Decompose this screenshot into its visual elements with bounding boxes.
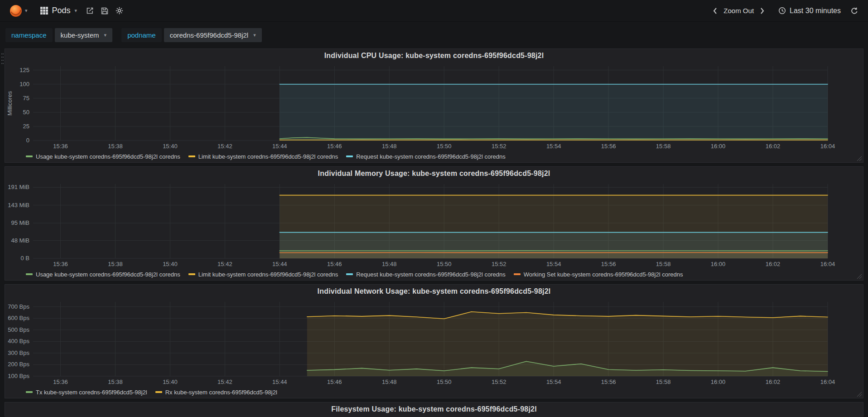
panel-legend: Usage kube-system coredns-695f96dcd5-98j… xyxy=(5,152,863,162)
legend-series-label: Limit kube-system coredns-695f96dcd5-98j… xyxy=(198,153,338,160)
svg-text:15:36: 15:36 xyxy=(53,143,68,150)
svg-text:15:46: 15:46 xyxy=(327,378,342,385)
caret-down-icon: ▾ xyxy=(75,8,77,13)
svg-text:700 Bps: 700 Bps xyxy=(8,303,29,310)
svg-text:15:52: 15:52 xyxy=(492,143,506,150)
legend-series-label: Rx kube-system coredns-695f96dcd5-98j2l xyxy=(165,389,277,396)
svg-text:143 MiB: 143 MiB xyxy=(8,202,29,208)
svg-text:16:04: 16:04 xyxy=(820,261,835,267)
svg-text:16:00: 16:00 xyxy=(711,378,726,385)
legend-series-swatch xyxy=(26,273,33,275)
legend-item[interactable]: Limit kube-system coredns-695f96dcd5-98j… xyxy=(188,153,338,160)
svg-text:15:52: 15:52 xyxy=(492,261,506,267)
svg-text:15:54: 15:54 xyxy=(546,261,561,267)
panel-title[interactable]: Filesystem Usage: kube-system coredns-69… xyxy=(5,402,863,416)
svg-text:15:50: 15:50 xyxy=(437,378,452,385)
panel-title[interactable]: Individual Memory Usage: kube-system cor… xyxy=(5,167,863,180)
svg-text:15:52: 15:52 xyxy=(492,378,506,385)
legend-item[interactable]: Working Set kube-system coredns-695f96dc… xyxy=(514,271,683,278)
share-button[interactable] xyxy=(82,4,97,17)
time-range-label: Last 30 minutes xyxy=(790,7,841,15)
grafana-menu-button[interactable]: ▾ xyxy=(6,2,30,19)
svg-text:15:56: 15:56 xyxy=(601,378,616,385)
variable-namespace-label: namespace xyxy=(5,28,53,42)
panel-resize-handle-icon[interactable] xyxy=(857,274,862,279)
legend-series-label: Request kube-system coredns-695f96dcd5-9… xyxy=(356,153,506,160)
legend-series-label: Working Set kube-system coredns-695f96dc… xyxy=(524,271,683,278)
row-drag-handle-icon[interactable] xyxy=(1,53,4,64)
svg-text:15:36: 15:36 xyxy=(53,378,68,385)
dashboard-picker-button[interactable]: Pods ▾ xyxy=(35,3,83,18)
navbar: ▾ Pods ▾ xyxy=(0,0,868,22)
legend-item[interactable]: Limit kube-system coredns-695f96dcd5-98j… xyxy=(188,271,338,278)
legend-series-label: Usage kube-system coredns-695f96dcd5-98j… xyxy=(36,271,180,278)
panel-title[interactable]: Individual Network Usage: kube-system co… xyxy=(5,285,863,298)
time-shift-forward-button[interactable] xyxy=(757,5,768,17)
legend-item[interactable]: Rx kube-system coredns-695f96dcd5-98j2l xyxy=(155,389,277,396)
graph-canvas[interactable]: 15:3615:3815:4015:4215:4415:4615:4815:50… xyxy=(5,63,863,152)
panel-resize-handle-icon[interactable] xyxy=(857,156,862,161)
save-button[interactable] xyxy=(97,5,112,17)
legend-series-swatch xyxy=(514,273,521,275)
svg-text:15:44: 15:44 xyxy=(272,261,287,267)
svg-text:15:48: 15:48 xyxy=(382,143,397,150)
svg-text:15:50: 15:50 xyxy=(437,143,452,150)
svg-text:15:56: 15:56 xyxy=(601,143,616,150)
svg-text:15:42: 15:42 xyxy=(217,378,232,385)
svg-text:15:42: 15:42 xyxy=(217,261,232,267)
variable-podname-value: coredns-695f96dcd5-98j2l xyxy=(170,31,248,39)
svg-text:16:02: 16:02 xyxy=(766,143,781,150)
clock-icon xyxy=(778,7,786,15)
svg-text:400 Bps: 400 Bps xyxy=(8,338,29,344)
legend-item[interactable]: Usage kube-system coredns-695f96dcd5-98j… xyxy=(26,271,180,278)
svg-text:15:40: 15:40 xyxy=(163,261,178,267)
legend-series-swatch xyxy=(155,391,162,393)
svg-text:15:38: 15:38 xyxy=(108,261,123,267)
svg-text:16:02: 16:02 xyxy=(766,261,781,267)
svg-text:15:58: 15:58 xyxy=(656,261,671,267)
navbar-left: ▾ Pods ▾ xyxy=(6,2,127,19)
legend-series-label: Usage kube-system coredns-695f96dcd5-98j… xyxy=(36,153,180,160)
gear-icon xyxy=(116,7,123,15)
svg-text:200 Bps: 200 Bps xyxy=(8,361,29,368)
graph-panel: Individual CPU Usage: kube-system coredn… xyxy=(5,48,863,163)
settings-button[interactable] xyxy=(112,4,127,17)
svg-text:50: 50 xyxy=(23,109,29,116)
legend-series-swatch xyxy=(346,273,353,275)
dashboard-title: Pods xyxy=(52,6,71,15)
legend-item[interactable]: Request kube-system coredns-695f96dcd5-9… xyxy=(346,153,506,160)
svg-text:15:40: 15:40 xyxy=(163,143,178,150)
svg-text:300 Bps: 300 Bps xyxy=(8,349,29,356)
svg-text:15:38: 15:38 xyxy=(108,143,123,150)
svg-text:15:38: 15:38 xyxy=(108,378,123,385)
legend-item[interactable]: Request kube-system coredns-695f96dcd5-9… xyxy=(346,271,506,278)
svg-text:15:54: 15:54 xyxy=(546,143,561,150)
legend-series-swatch xyxy=(188,273,195,275)
navbar-right: Zoom Out Last 30 minutes xyxy=(709,5,862,17)
zoom-out-button[interactable]: Zoom Out xyxy=(723,5,755,16)
time-picker-button[interactable]: Last 30 minutes xyxy=(774,5,845,17)
graph-canvas[interactable]: 15:3615:3815:4015:4215:4415:4615:4815:50… xyxy=(5,298,863,388)
svg-text:15:48: 15:48 xyxy=(382,378,397,385)
refresh-icon xyxy=(851,7,858,15)
save-icon xyxy=(101,7,108,15)
legend-item[interactable]: Tx kube-system coredns-695f96dcd5-98j2l xyxy=(26,389,147,396)
svg-text:100: 100 xyxy=(19,81,29,87)
legend-series-swatch xyxy=(26,391,33,393)
svg-text:16:00: 16:00 xyxy=(711,261,726,267)
panel-legend: Tx kube-system coredns-695f96dcd5-98j2lR… xyxy=(5,388,863,398)
legend-item[interactable]: Usage kube-system coredns-695f96dcd5-98j… xyxy=(26,153,180,160)
variable-namespace-select[interactable]: kube-system ▾ xyxy=(55,28,113,42)
graph-canvas[interactable]: 15:3615:3815:4015:4215:4415:4615:4815:50… xyxy=(5,180,863,270)
legend-series-label: Request kube-system coredns-695f96dcd5-9… xyxy=(356,271,506,278)
legend-series-swatch xyxy=(346,155,353,157)
variable-podname-select[interactable]: coredns-695f96dcd5-98j2l ▾ xyxy=(164,28,262,42)
panel-resize-handle-icon[interactable] xyxy=(857,392,862,397)
time-shift-back-button[interactable] xyxy=(709,5,721,17)
refresh-button[interactable] xyxy=(847,5,862,17)
share-icon xyxy=(86,7,94,15)
panel-title[interactable]: Individual CPU Usage: kube-system coredn… xyxy=(5,49,863,63)
grafana-logo-icon xyxy=(9,4,23,18)
graph-panel: Filesystem Usage: kube-system coredns-69… xyxy=(5,402,863,417)
svg-text:15:44: 15:44 xyxy=(272,143,287,150)
